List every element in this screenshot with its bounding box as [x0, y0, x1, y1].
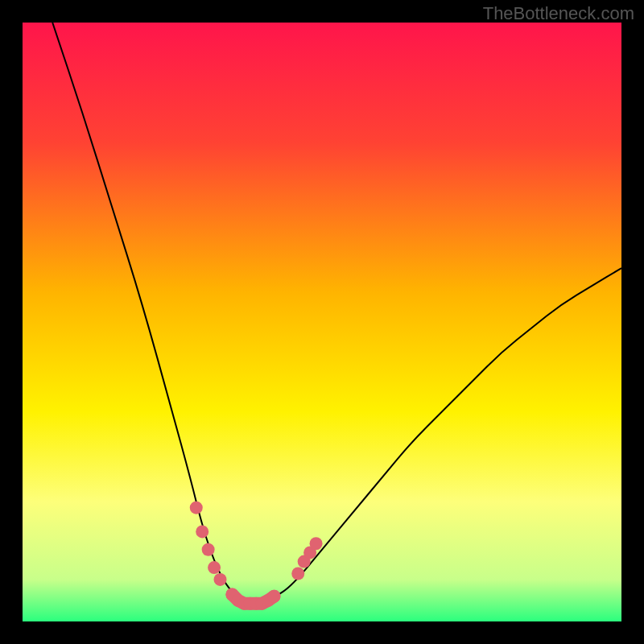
watermark-text: TheBottleneck.com [483, 3, 634, 24]
highlight-dot [190, 502, 203, 514]
highlight-dot [291, 567, 304, 580]
highlight-dot [214, 573, 227, 586]
chart-svg [23, 23, 621, 621]
gradient-background [23, 23, 621, 621]
highlight-dot [208, 561, 221, 574]
highlight-dot [267, 590, 280, 603]
chart-frame [23, 23, 621, 621]
highlight-dot [310, 537, 323, 550]
highlight-dot [196, 525, 208, 538]
highlight-dot [202, 543, 215, 556]
